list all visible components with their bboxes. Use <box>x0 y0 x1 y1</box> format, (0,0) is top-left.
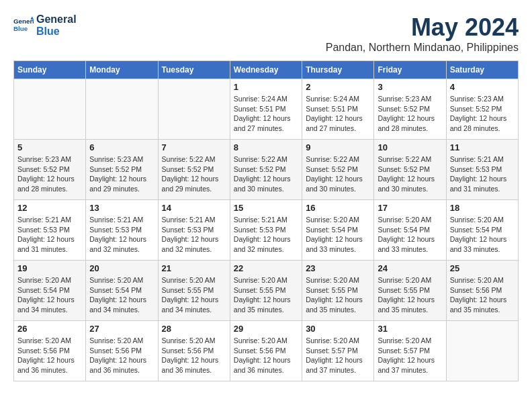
calendar-header-saturday: Saturday <box>446 61 518 79</box>
calendar-cell: 8Sunrise: 5:22 AM Sunset: 5:52 PM Daylig… <box>230 140 302 200</box>
day-number: 4 <box>450 82 515 92</box>
calendar-cell: 16Sunrise: 5:20 AM Sunset: 5:54 PM Dayli… <box>302 200 374 261</box>
day-info: Sunrise: 5:21 AM Sunset: 5:53 PM Dayligh… <box>234 215 298 255</box>
day-number: 20 <box>89 263 154 273</box>
day-number: 12 <box>17 203 82 213</box>
day-number: 25 <box>450 263 515 273</box>
svg-text:Blue: Blue <box>13 25 28 32</box>
calendar-cell: 6Sunrise: 5:23 AM Sunset: 5:52 PM Daylig… <box>86 140 158 200</box>
calendar-header-sunday: Sunday <box>14 61 86 79</box>
calendar-week-3: 12Sunrise: 5:21 AM Sunset: 5:53 PM Dayli… <box>14 200 519 261</box>
day-number: 31 <box>378 324 442 334</box>
day-info: Sunrise: 5:22 AM Sunset: 5:52 PM Dayligh… <box>378 154 442 194</box>
calendar-cell: 3Sunrise: 5:23 AM Sunset: 5:52 PM Daylig… <box>374 79 446 140</box>
day-info: Sunrise: 5:22 AM Sunset: 5:52 PM Dayligh… <box>162 154 226 194</box>
calendar-body: 1Sunrise: 5:24 AM Sunset: 5:51 PM Daylig… <box>14 79 519 381</box>
day-number: 29 <box>234 324 298 334</box>
logo: General Blue General Blue <box>13 13 77 38</box>
day-number: 27 <box>89 324 154 334</box>
day-info: Sunrise: 5:20 AM Sunset: 5:55 PM Dayligh… <box>234 275 298 315</box>
calendar-cell: 25Sunrise: 5:20 AM Sunset: 5:56 PM Dayli… <box>446 261 518 321</box>
calendar-cell: 5Sunrise: 5:23 AM Sunset: 5:52 PM Daylig… <box>14 140 86 200</box>
calendar-cell: 24Sunrise: 5:20 AM Sunset: 5:55 PM Dayli… <box>374 261 446 321</box>
calendar-header-tuesday: Tuesday <box>158 61 230 79</box>
calendar-week-5: 26Sunrise: 5:20 AM Sunset: 5:56 PM Dayli… <box>14 321 519 381</box>
calendar-table: SundayMondayTuesdayWednesdayThursdayFrid… <box>13 60 519 381</box>
day-number: 15 <box>234 203 298 213</box>
day-info: Sunrise: 5:20 AM Sunset: 5:55 PM Dayligh… <box>162 275 226 315</box>
logo-general: General <box>36 13 77 26</box>
calendar-week-2: 5Sunrise: 5:23 AM Sunset: 5:52 PM Daylig… <box>14 140 519 200</box>
day-info: Sunrise: 5:20 AM Sunset: 5:57 PM Dayligh… <box>306 336 370 375</box>
calendar-cell: 21Sunrise: 5:20 AM Sunset: 5:55 PM Dayli… <box>158 261 230 321</box>
day-number: 2 <box>306 82 370 92</box>
day-number: 28 <box>162 324 226 334</box>
day-info: Sunrise: 5:20 AM Sunset: 5:56 PM Dayligh… <box>89 336 154 375</box>
calendar-cell: 22Sunrise: 5:20 AM Sunset: 5:55 PM Dayli… <box>230 261 302 321</box>
day-number: 22 <box>234 263 298 273</box>
calendar-cell: 27Sunrise: 5:20 AM Sunset: 5:56 PM Dayli… <box>86 321 158 381</box>
calendar-cell: 2Sunrise: 5:24 AM Sunset: 5:51 PM Daylig… <box>302 79 374 140</box>
calendar-cell: 19Sunrise: 5:20 AM Sunset: 5:54 PM Dayli… <box>14 261 86 321</box>
day-info: Sunrise: 5:21 AM Sunset: 5:53 PM Dayligh… <box>17 215 82 255</box>
calendar-cell: 29Sunrise: 5:20 AM Sunset: 5:56 PM Dayli… <box>230 321 302 381</box>
day-number: 7 <box>162 142 226 152</box>
day-info: Sunrise: 5:23 AM Sunset: 5:52 PM Dayligh… <box>89 154 154 194</box>
svg-text:General: General <box>13 17 34 25</box>
calendar-cell: 30Sunrise: 5:20 AM Sunset: 5:57 PM Dayli… <box>302 321 374 381</box>
day-number: 30 <box>306 324 370 334</box>
day-info: Sunrise: 5:20 AM Sunset: 5:55 PM Dayligh… <box>306 275 370 315</box>
day-number: 11 <box>450 142 515 152</box>
day-info: Sunrise: 5:20 AM Sunset: 5:54 PM Dayligh… <box>378 215 442 255</box>
month-year-title: May 2024 <box>326 13 519 42</box>
logo-icon: General Blue <box>13 15 34 36</box>
calendar-cell <box>14 79 86 140</box>
day-number: 8 <box>234 142 298 152</box>
day-info: Sunrise: 5:23 AM Sunset: 5:52 PM Dayligh… <box>450 94 515 134</box>
day-info: Sunrise: 5:20 AM Sunset: 5:54 PM Dayligh… <box>89 275 154 315</box>
day-number: 23 <box>306 263 370 273</box>
calendar-cell: 14Sunrise: 5:21 AM Sunset: 5:53 PM Dayli… <box>158 200 230 261</box>
day-info: Sunrise: 5:21 AM Sunset: 5:53 PM Dayligh… <box>162 215 226 255</box>
day-info: Sunrise: 5:20 AM Sunset: 5:56 PM Dayligh… <box>162 336 226 375</box>
day-number: 13 <box>89 203 154 213</box>
calendar-cell <box>158 79 230 140</box>
day-number: 17 <box>378 203 442 213</box>
day-number: 19 <box>17 263 82 273</box>
calendar-cell: 15Sunrise: 5:21 AM Sunset: 5:53 PM Dayli… <box>230 200 302 261</box>
calendar-cell: 1Sunrise: 5:24 AM Sunset: 5:51 PM Daylig… <box>230 79 302 140</box>
day-info: Sunrise: 5:20 AM Sunset: 5:57 PM Dayligh… <box>378 336 442 375</box>
calendar-cell: 26Sunrise: 5:20 AM Sunset: 5:56 PM Dayli… <box>14 321 86 381</box>
day-number: 1 <box>234 82 298 92</box>
calendar-cell: 10Sunrise: 5:22 AM Sunset: 5:52 PM Dayli… <box>374 140 446 200</box>
day-info: Sunrise: 5:20 AM Sunset: 5:54 PM Dayligh… <box>450 215 515 255</box>
calendar-header-friday: Friday <box>374 61 446 79</box>
day-info: Sunrise: 5:21 AM Sunset: 5:53 PM Dayligh… <box>89 215 154 255</box>
day-info: Sunrise: 5:20 AM Sunset: 5:56 PM Dayligh… <box>234 336 298 375</box>
day-number: 21 <box>162 263 226 273</box>
calendar-cell <box>446 321 518 381</box>
calendar-cell: 18Sunrise: 5:20 AM Sunset: 5:54 PM Dayli… <box>446 200 518 261</box>
day-number: 9 <box>306 142 370 152</box>
calendar-cell: 17Sunrise: 5:20 AM Sunset: 5:54 PM Dayli… <box>374 200 446 261</box>
calendar-header-monday: Monday <box>86 61 158 79</box>
calendar-cell: 7Sunrise: 5:22 AM Sunset: 5:52 PM Daylig… <box>158 140 230 200</box>
calendar-header-wednesday: Wednesday <box>230 61 302 79</box>
day-number: 10 <box>378 142 442 152</box>
day-number: 14 <box>162 203 226 213</box>
day-info: Sunrise: 5:20 AM Sunset: 5:55 PM Dayligh… <box>378 275 442 315</box>
location-subtitle: Pandan, Northern Mindanao, Philippines <box>326 42 519 54</box>
day-info: Sunrise: 5:22 AM Sunset: 5:52 PM Dayligh… <box>234 154 298 194</box>
day-info: Sunrise: 5:24 AM Sunset: 5:51 PM Dayligh… <box>234 94 298 134</box>
calendar-header-thursday: Thursday <box>302 61 374 79</box>
day-info: Sunrise: 5:23 AM Sunset: 5:52 PM Dayligh… <box>17 154 82 194</box>
day-number: 3 <box>378 82 442 92</box>
logo-blue: Blue <box>36 26 77 38</box>
day-info: Sunrise: 5:23 AM Sunset: 5:52 PM Dayligh… <box>378 94 442 134</box>
calendar-cell: 4Sunrise: 5:23 AM Sunset: 5:52 PM Daylig… <box>446 79 518 140</box>
day-info: Sunrise: 5:24 AM Sunset: 5:51 PM Dayligh… <box>306 94 370 134</box>
calendar-header-row: SundayMondayTuesdayWednesdayThursdayFrid… <box>14 61 519 79</box>
day-number: 18 <box>450 203 515 213</box>
day-info: Sunrise: 5:20 AM Sunset: 5:56 PM Dayligh… <box>17 336 82 375</box>
day-info: Sunrise: 5:20 AM Sunset: 5:56 PM Dayligh… <box>450 275 515 315</box>
